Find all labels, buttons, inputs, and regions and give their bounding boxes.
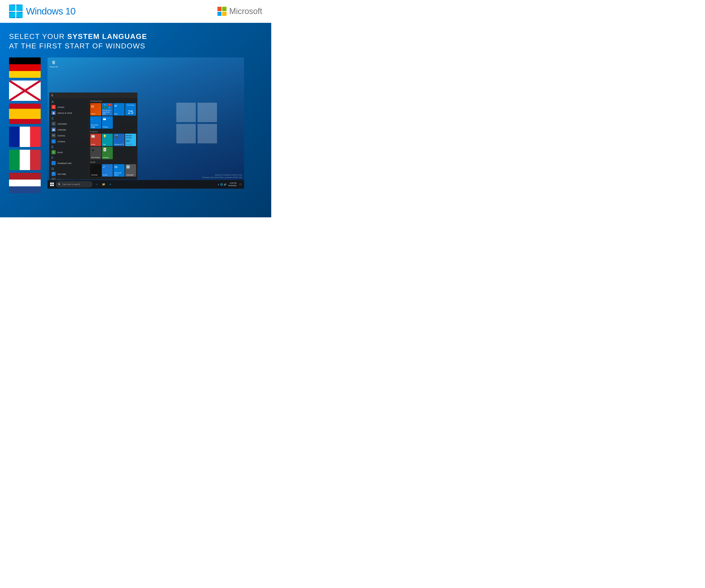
app-item-cortana[interactable]: ○ Cortana	[49, 138, 89, 144]
calendar-day-num: 25	[128, 110, 133, 115]
tile-calc[interactable]: 🔢 Calculator	[125, 164, 136, 177]
tile-movies[interactable]: 🎬 Movies & TV	[113, 134, 125, 146]
tile-mail[interactable]: ✉ Mail	[113, 103, 125, 116]
tile-phone[interactable]: 📱 Your Phone	[90, 147, 101, 159]
headline: SELECT YOUR SYSTEM LANGUAGE AT THE FIRST…	[9, 32, 262, 51]
hamburger-icon[interactable]: ☰	[51, 94, 53, 97]
alarms-icon: ⏰	[52, 111, 56, 115]
windows-logo: Windows 10	[9, 4, 76, 18]
svg-rect-13	[22, 81, 28, 101]
taskbar-sys-icons: ∧ 🌐 🔊	[218, 183, 227, 186]
explore-tiles: 📰 News 💡 Tips	[90, 134, 136, 159]
svg-rect-15	[23, 81, 27, 101]
app-item-github[interactable]: ⬛ GitHub, Inc ›	[49, 177, 89, 180]
headline-line2: AT THE FIRST START OF WINDOWS	[9, 41, 262, 51]
microsoft-logo: Microsoft	[218, 7, 262, 16]
headline-line1: SELECT YOUR SYSTEM LANGUAGE	[9, 32, 262, 41]
taskbar-volume-icon[interactable]: 🔊	[224, 183, 227, 186]
office-tile-label: Office	[91, 113, 95, 115]
photos-tile-label: Photos	[103, 126, 108, 128]
calc-tile-label: Calculator	[126, 174, 134, 176]
flag-italy[interactable]	[9, 150, 41, 170]
desktop-note-line1: Windows 10 Enterprise Insider Preview	[202, 174, 242, 176]
date-display: 6/25/2020	[228, 184, 236, 187]
taskbar-edge-icon[interactable]: e	[107, 182, 113, 187]
flag-spain[interactable]	[9, 103, 41, 124]
notification-icon[interactable]: □	[238, 182, 243, 187]
app-item-access[interactable]: A Access	[49, 104, 89, 110]
app-item-calculator[interactable]: ≡ Calculator	[49, 121, 89, 127]
calendar-day-name: Thursday	[127, 104, 134, 106]
app-item-camera[interactable]: 📷 Camera	[49, 133, 89, 138]
calendar-icon: 📅	[52, 128, 56, 132]
tile-edge[interactable]: e Microsoft Edge	[90, 116, 101, 129]
productivity-tiles: W Office W O X	[90, 103, 136, 129]
weather-condition: Mostly Sunny	[126, 135, 135, 139]
cortana-label: Cortana	[57, 140, 65, 143]
flag-german[interactable]	[9, 57, 41, 78]
access-label: Access	[57, 106, 64, 108]
svg-marker-7	[16, 12, 22, 18]
app-item-alarms[interactable]: ⏰ Alarms & Clock	[49, 110, 89, 116]
svg-line-11	[9, 81, 41, 101]
app-item-gethelp[interactable]: ? Get Help	[49, 171, 89, 177]
alarms-label: Alarms & Clock	[57, 112, 72, 114]
taskbar-app-icons: ○ 📁 e	[94, 182, 113, 187]
tile-solitaire[interactable]: 🃏 Solitaire	[102, 147, 113, 159]
tile-msstore[interactable]: 🛍 Microsoft Store	[113, 164, 125, 177]
tile-weather[interactable]: Mostly Sunny 83° Redmond	[125, 134, 136, 146]
svg-text:W: W	[91, 105, 94, 108]
desktop-note-line2: Evaluation copy. Build 20158.rs_prerelea…	[202, 176, 242, 179]
section-c-label: C	[49, 116, 89, 121]
recycle-bin-icon: 🗑	[51, 59, 57, 65]
flag-france[interactable]	[9, 127, 41, 147]
svg-rect-16	[9, 89, 41, 92]
content-row: 🗑 Recycle Bin ☰ A	[9, 57, 262, 193]
taskbar-search[interactable]: 🔍 Type here to search	[56, 181, 92, 187]
tile-tips[interactable]: 💡 Tips	[102, 134, 113, 146]
taskbar-cortana-icon[interactable]: ○	[94, 182, 99, 187]
camera-label: Camera	[57, 134, 65, 137]
flag-netherlands[interactable]	[9, 173, 41, 193]
github-label: GitHub, Inc	[57, 179, 68, 180]
tile-calendar[interactable]: Thursday 25	[125, 103, 136, 116]
calendar-label: Calendar	[57, 129, 66, 131]
tile-terminal[interactable]: _ Terminal	[90, 164, 101, 177]
app-item-excel[interactable]: X Excel	[49, 149, 89, 155]
tile-office[interactable]: W Office	[90, 103, 101, 116]
terminal-tile-label: Terminal	[91, 174, 97, 176]
build-tiles: _ Terminal ✓ To Do	[90, 164, 136, 177]
section-g-label: G	[49, 166, 89, 171]
explore-label: Explore	[90, 130, 136, 134]
cortana-icon: ○	[52, 139, 56, 143]
taskbar-arrow-icon[interactable]: ∧	[218, 183, 219, 186]
svg-rect-14	[9, 88, 41, 94]
tips-tile-label: Tips	[103, 143, 106, 145]
see-all-tile-label: See all your mail in one place	[103, 110, 112, 115]
app-item-calendar[interactable]: 📅 Calendar	[49, 127, 89, 133]
svg-line-10	[9, 81, 41, 101]
excel-label: Excel	[57, 151, 63, 153]
blue-section: SELECT YOUR SYSTEM LANGUAGE AT THE FIRST…	[0, 23, 271, 217]
flag-uk[interactable]	[9, 81, 41, 101]
search-icon: 🔍	[58, 183, 61, 186]
desktop-note: Windows 10 Enterprise Insider Preview Ev…	[202, 174, 242, 179]
gethelp-icon: ?	[52, 172, 56, 176]
calculator-label: Calculator	[57, 123, 67, 125]
svg-marker-4	[9, 4, 15, 11]
tile-see-all-mail[interactable]: W O X ✉ See all your mail in one place	[102, 103, 113, 116]
taskbar-network-icon[interactable]: 🌐	[220, 183, 223, 186]
svg-marker-6	[9, 12, 15, 18]
tile-photos[interactable]: 🏔 Photos	[102, 116, 113, 129]
taskbar-files-icon[interactable]: 📁	[101, 182, 106, 187]
productivity-label: Productivity	[90, 99, 136, 103]
windows-watermark	[176, 103, 217, 143]
tile-news[interactable]: 📰 News	[90, 134, 101, 146]
gethelp-label: Get Help	[57, 173, 66, 175]
tile-todo[interactable]: ✓ To Do	[102, 164, 113, 177]
time-display: 4:43 PM	[228, 182, 236, 184]
weather-city: Redmond	[126, 144, 135, 145]
taskbar: 🔍 Type here to search ○ 📁 e ∧ 🌐 🔊 4:43	[47, 180, 244, 189]
start-button[interactable]	[49, 181, 55, 187]
app-item-feedback[interactable]: 👤 Feedback Hub	[49, 160, 89, 166]
